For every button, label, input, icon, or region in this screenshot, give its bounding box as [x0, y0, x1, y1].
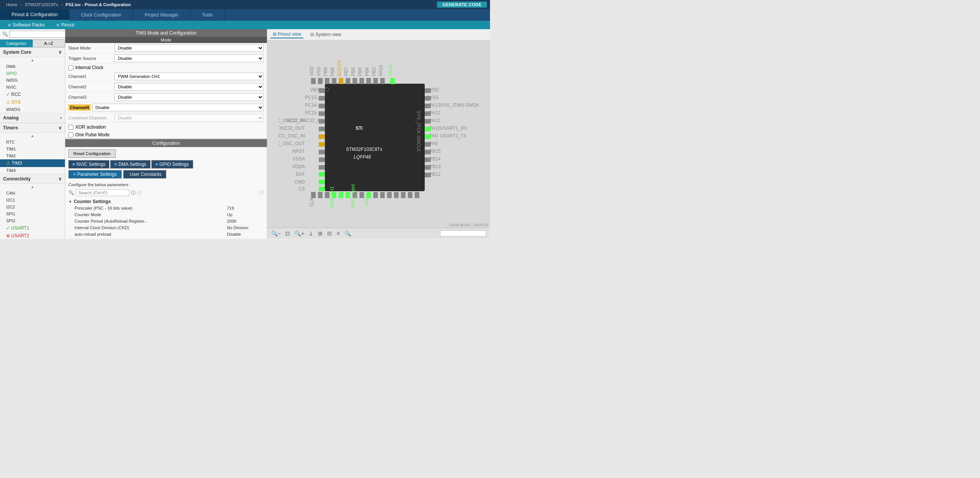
nav-mcu[interactable]: STM32F103C8Tx — [22, 2, 61, 7]
left-sidebar: 🔍 ⚙ Categories A->Z System Core ∨ ▲ DMA … — [0, 29, 65, 239]
analog-expand-icon: › — [60, 115, 62, 121]
sidebar-item-tim1[interactable]: TIM1 — [0, 146, 65, 152]
sidebar-item-i2c2[interactable]: I2C2 — [0, 203, 65, 210]
tab-pinout-config[interactable]: Pinout & Configuration — [0, 9, 70, 21]
svg-rect-99 — [415, 192, 419, 198]
sidebar-item-rtc[interactable]: RTC — [0, 139, 65, 146]
fit-icon[interactable]: ⊡ — [285, 230, 290, 237]
auto-reload-name: auto-reload preload — [74, 232, 227, 237]
sub-tab-software-packs[interactable]: ∨ Software Packs — [8, 22, 45, 28]
system-core-header[interactable]: System Core ∨ — [0, 48, 65, 57]
tab-project-manager[interactable]: Project Manager — [133, 9, 190, 21]
svg-rect-25 — [373, 78, 378, 84]
sidebar-item-can[interactable]: CAN — [0, 190, 65, 197]
connectivity-scroll-up[interactable]: ▲ — [0, 184, 65, 190]
sidebar-item-spi1[interactable]: SPI1 — [0, 210, 65, 217]
xor-activation-label: XOR activation — [75, 124, 106, 130]
sidebar-item-tim4[interactable]: TIM4 — [0, 167, 65, 174]
tab-tools[interactable]: Tools — [190, 9, 225, 21]
sidebar-item-tim3[interactable]: ⚠TIM3 — [0, 159, 65, 167]
svg-text:STM32F103C8Tx: STM32F103C8Tx — [346, 147, 382, 152]
one-pulse-mode-checkbox[interactable] — [68, 132, 73, 137]
list-icon[interactable]: ≡ — [336, 230, 339, 237]
trgo-group[interactable]: ▼ Trigger Output (TRGO) Parameters — [68, 238, 264, 239]
svg-text:RCC_OSC_OUT: RCC_OSC_OUT — [279, 141, 305, 146]
timers-header[interactable]: Timers ∨ — [0, 123, 65, 133]
svg-rect-45 — [319, 104, 325, 108]
pinout-view-icon: ⊞ — [273, 31, 276, 37]
sidebar-search-input[interactable] — [10, 31, 65, 38]
reset-configuration-button[interactable]: Reset Configuration — [68, 149, 116, 158]
sidebar-item-iwdg[interactable]: IWDG — [0, 77, 65, 84]
toolbar-search-input[interactable] — [440, 230, 486, 237]
right-panel: ⊞ Pinout view ⊟ System view STi STM32F10… — [267, 29, 490, 239]
svg-text:VDDA: VDDA — [292, 164, 305, 169]
sys-warn-icon: ⚠ — [6, 99, 10, 105]
system-view-tab[interactable]: ⊟ System view — [308, 31, 343, 38]
svg-text:PB14: PB14 — [429, 156, 441, 162]
sidebar-item-i2c1[interactable]: I2C1 — [0, 197, 65, 203]
trigger-source-select[interactable]: Disable — [114, 55, 264, 62]
xor-activation-row: XOR activation — [65, 123, 267, 131]
svg-text:VDD: VDD — [364, 197, 369, 207]
slave-mode-select[interactable]: Disable — [114, 44, 264, 52]
param-info-icon-3[interactable]: ⓘ — [259, 190, 264, 196]
analog-header[interactable]: Analog › — [0, 113, 65, 123]
channel3-select[interactable]: Disable — [114, 93, 264, 101]
pinout-view-tab[interactable]: ⊞ Pinout view — [270, 31, 303, 38]
channel4-select[interactable]: Disable — [92, 104, 264, 111]
param-search-input[interactable] — [76, 189, 129, 196]
zoom-out-icon[interactable]: 🔍− — [271, 230, 281, 237]
parameter-settings-tab[interactable]: Parameter Settings — [68, 170, 122, 179]
sidebar-tab-az[interactable]: A->Z — [33, 40, 65, 47]
top-navigation: Home › STM32F103C8Tx › PS2.ioc - Pinout … — [0, 0, 490, 9]
sidebar-item-usart2[interactable]: ⊗USART2 — [0, 232, 65, 239]
user-constants-tab[interactable]: User Constants — [123, 170, 167, 179]
timers-scroll-up[interactable]: ▲ — [0, 133, 65, 139]
svg-text:PA11: PA11 — [429, 118, 440, 123]
dma-settings-tab[interactable]: DMA Settings — [110, 160, 151, 169]
nav-current[interactable]: PS2.ioc - Pinout & Configuration — [63, 2, 134, 7]
param-info-icon-1[interactable]: ⓘ — [131, 190, 136, 196]
internal-clock-checkbox[interactable] — [68, 65, 73, 70]
svg-rect-44 — [319, 96, 325, 101]
tab-clock-config[interactable]: Clock Configuration — [70, 9, 133, 21]
sidebar-item-tim2[interactable]: TIM2 — [0, 152, 65, 159]
center-panel: TIM3 Mode and Configuration Mode Slave M… — [65, 29, 267, 239]
search-toolbar-icon[interactable]: 🔍 — [344, 230, 351, 237]
sidebar-item-spi2[interactable]: SPI2 — [0, 217, 65, 224]
counter-settings-group[interactable]: ▼ Counter Settings — [68, 198, 264, 205]
zoom-in-icon[interactable]: 🔍+ — [295, 230, 304, 237]
sidebar-item-rcc[interactable]: ✓RCC — [0, 91, 65, 98]
sub-tab-pinout[interactable]: ∨ Pinout — [56, 22, 74, 28]
sidebar-section-system-core: System Core ∨ ▲ DMA GPIO IWDG NVIC ✓RCC … — [0, 48, 65, 113]
sidebar-item-wwdg[interactable]: WWDG — [0, 106, 65, 113]
layout-icon[interactable]: ⊞ — [318, 230, 323, 237]
connectivity-header[interactable]: Connectivity ∨ — [0, 174, 65, 184]
channel2-select[interactable]: Disable — [114, 83, 264, 91]
generate-code-button[interactable]: GENERATE CODE — [437, 2, 487, 8]
sidebar-item-sys[interactable]: ⚠SYS — [0, 98, 65, 106]
param-info-icon-2[interactable]: ⓘ — [137, 190, 142, 196]
nvic-settings-tab[interactable]: NVIC Settings — [68, 160, 109, 169]
sidebar-item-dma[interactable]: DMA — [0, 63, 65, 70]
sidebar-item-nvic[interactable]: NVIC — [0, 84, 65, 91]
prescaler-row: Prescaler (PSC - 16 bits value) 719 — [68, 205, 264, 212]
gpio-settings-tab[interactable]: GPIO Settings — [151, 160, 193, 169]
view-tabs: ⊞ Pinout view ⊟ System view — [267, 29, 490, 40]
download-icon[interactable]: ⤓ — [309, 230, 313, 237]
svg-rect-89 — [346, 192, 350, 198]
split-icon[interactable]: ⊟ — [327, 230, 332, 237]
system-view-icon: ⊟ — [310, 32, 314, 37]
sidebar-item-gpio[interactable]: GPIO — [0, 70, 65, 77]
xor-activation-checkbox[interactable] — [68, 125, 73, 130]
svg-text:PB8: PB8 — [330, 67, 335, 76]
nav-home[interactable]: Home — [3, 2, 20, 7]
counter-settings-label: Counter Settings — [74, 199, 111, 204]
system-core-scroll-up[interactable]: ▲ — [0, 57, 65, 63]
sidebar-tab-categories[interactable]: Categories — [0, 40, 33, 47]
panel-title: TIM3 Mode and Configuration — [65, 29, 267, 37]
sidebar-item-usart1[interactable]: ✓USART1 — [0, 224, 65, 232]
param-area: Configure the below parameters : 🔍 ⓘ ⓘ ⓘ… — [65, 180, 267, 239]
channel1-select[interactable]: PWM Generation CH1 — [114, 73, 264, 80]
